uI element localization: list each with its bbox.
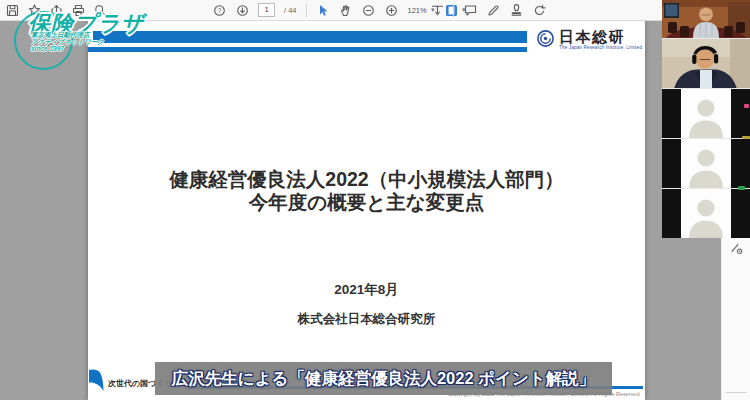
participant-video-strip [662, 0, 750, 238]
participant-2-video-feed [662, 39, 750, 88]
slide-company: 株式会社日本総合研究所 [88, 311, 645, 328]
share-icon [50, 4, 63, 17]
jri-logo-name: 日本総研 [559, 29, 642, 44]
participant-5-avatar [662, 189, 750, 238]
hand-tool-icon [339, 4, 352, 17]
participant-3-avatar [662, 89, 750, 138]
star-icon [28, 4, 41, 17]
jri-logo-subtitle: The Japan Research Institute, Limited [559, 45, 642, 50]
annotation-tool-icon[interactable] [730, 242, 743, 255]
stamp-button[interactable] [509, 2, 523, 18]
participant-video-3[interactable] [662, 88, 750, 138]
stamp-icon [510, 4, 523, 17]
pencil-icon [487, 4, 500, 17]
zoom-out-icon [362, 4, 375, 17]
presenter-tool-button[interactable] [430, 2, 444, 18]
jri-logo: 日本総研 The Japan Research Institute, Limit… [536, 29, 642, 50]
help-button[interactable]: ? [212, 2, 226, 18]
participant-4-avatar [662, 139, 750, 188]
zoom-level-label: 121% [408, 6, 427, 15]
toolbar-center-group: ? 1 / 44 [212, 0, 467, 20]
pdf-toolbar: ? 1 / 44 [0, 0, 722, 21]
slide-page: 日本総研 The Japan Research Institute, Limit… [88, 20, 645, 400]
page-total-label: / 44 [284, 6, 297, 15]
participant-video-4[interactable] [662, 138, 750, 188]
participant-video-1[interactable] [662, 0, 750, 38]
search-button[interactable] [93, 2, 107, 18]
zoom-out-button[interactable] [362, 2, 376, 18]
download-button[interactable] [235, 2, 249, 18]
toolbar-separator [306, 4, 307, 17]
participant-1-video-feed [662, 0, 750, 38]
panel-divider [726, 392, 746, 393]
slide-title-line2: 今年度の概要と主な変更点 [88, 191, 645, 214]
star-button[interactable] [27, 2, 41, 18]
slide-title: 健康経営優良法人2022（中小規模法人部門） 今年度の概要と主な変更点 [88, 168, 645, 214]
participant-video-5[interactable] [662, 188, 750, 238]
slide-date: 2021年8月 [88, 281, 645, 299]
hand-tool-button[interactable] [339, 2, 353, 18]
zoom-in-button[interactable] [385, 2, 399, 18]
participant-video-2[interactable] [662, 38, 750, 88]
save-button[interactable] [5, 2, 19, 18]
save-icon [6, 4, 19, 17]
rotate-icon [533, 4, 546, 17]
presenter-icon [431, 4, 444, 17]
rotate-button[interactable] [532, 2, 546, 18]
toolbar-right-group [430, 0, 546, 20]
caption-text: 広沢先生による「健康経営優良法人2022 ポイント解説」 [172, 368, 596, 390]
jri-logo-icon [536, 29, 555, 48]
zoom-in-icon [385, 4, 398, 17]
search-icon [94, 4, 107, 17]
page-number-input[interactable]: 1 [258, 3, 275, 17]
pencil-button[interactable] [486, 2, 500, 18]
toolbar-separator [453, 4, 454, 17]
select-tool-button[interactable] [316, 2, 330, 18]
print-button[interactable] [71, 2, 85, 18]
participant-indicator-dot [742, 136, 750, 139]
sail-logo-icon [89, 369, 105, 392]
select-tool-icon [317, 4, 329, 17]
slide-title-line1: 健康経営優良法人2022（中小規模法人部門） [88, 168, 645, 191]
comment-icon [464, 4, 477, 17]
print-icon [72, 4, 85, 17]
pdf-viewer: ? 1 / 44 [0, 0, 722, 400]
help-icon: ? [213, 4, 226, 17]
share-button[interactable] [49, 2, 63, 18]
comment-button[interactable] [463, 2, 477, 18]
svg-text:?: ? [217, 7, 221, 14]
download-icon [236, 4, 249, 17]
screen: ? 1 / 44 [0, 0, 750, 400]
caption-bar: 広沢先生による「健康経営優良法人2022 ポイント解説」 [155, 362, 612, 395]
participant-indicator-dot [744, 104, 749, 108]
participant-indicator-dot [738, 186, 745, 190]
toolbar-left-group [5, 0, 107, 20]
slide-accent-bar-thin [88, 47, 527, 52]
jri-logo-text-block: 日本総研 The Japan Research Institute, Limit… [559, 29, 642, 50]
slide-accent-bar-thick [93, 31, 527, 43]
